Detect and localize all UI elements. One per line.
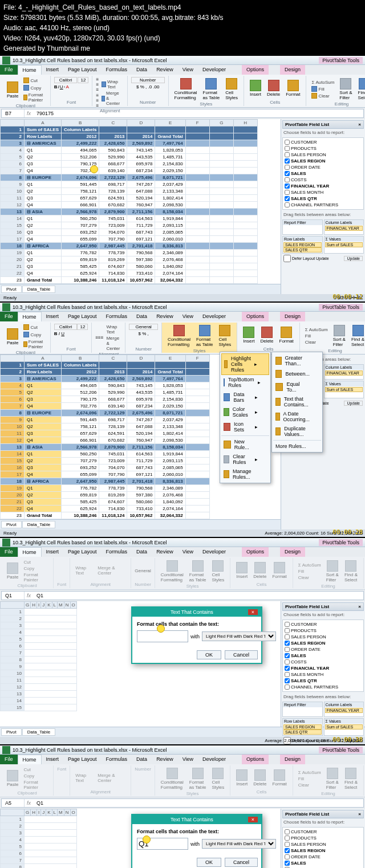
name-box: B7 fx 790175 [1,109,364,118]
formula-bar[interactable]: 790175 [33,109,363,117]
paste-button[interactable]: Paste [5,80,21,100]
field-customer[interactable] [285,140,290,145]
text-contains-dialog: Text That Contains× Format cells that co… [131,606,262,664]
cell-reference[interactable]: B7 [2,109,25,117]
menu-manage-rules[interactable]: Manage Rules... [221,467,269,482]
field-sm[interactable] [285,190,290,195]
timestamp: 00:00:28 [332,528,363,536]
timestamp: 00:00:12 [332,293,363,300]
conditional-formatting[interactable]: Conditional Formatting [172,77,200,101]
field-fy[interactable] [285,184,290,189]
field-costs[interactable] [285,177,290,182]
menu-date-occurring[interactable]: A Date Occurring... [273,409,321,424]
tab-formulas[interactable]: Formulas [102,65,132,75]
menu-highlight-cells[interactable]: Highlight Cells Rules▸ [221,353,269,375]
format-select[interactable]: Light Red Fill with Dark Red Text [202,839,276,849]
delete-cells[interactable]: Delete [265,79,282,98]
menu-duplicate-values[interactable]: Duplicate Values... [273,424,321,439]
tab-design[interactable]: Design [280,65,305,75]
conditional-formatting-open[interactable]: Conditional Formatting [165,324,193,348]
timestamp: 00:00:38 [332,736,363,743]
tab-layout[interactable]: Page Layout [63,65,102,75]
merge-center[interactable]: Merge & Center [100,90,124,107]
ribbon: Paste Cut Copy Format Painter Clipboard … [0,75,365,108]
number-format[interactable]: Number [131,77,164,83]
menu-equal-to[interactable]: Equal To... [273,380,321,394]
cursor [90,165,98,173]
wrap-text[interactable]: Wrap Text [100,79,124,90]
find-select[interactable]: Find & Select [356,77,365,101]
menu-between[interactable]: Between... [273,368,321,380]
field-salesregion[interactable] [285,158,290,164]
dialog-close[interactable]: × [248,609,258,615]
cut-button[interactable]: Cut [22,77,46,84]
font-name[interactable]: Calibri [54,77,78,83]
format-select[interactable]: Light Red Fill with Dark Red Text [202,631,276,641]
sheet-pivot[interactable]: Pivot [1,286,22,293]
menu-icon-sets[interactable]: Icon Sets▸ [221,419,269,434]
frame-2: 10.3_Highlight Cell Rules based on text … [0,303,365,538]
ok-button[interactable]: OK [197,858,221,867]
text-contains-dialog-filled: Text That Contains× Format cells that co… [131,814,262,868]
menu-data-bars[interactable]: Data Bars▸ [221,390,269,405]
menu-more-rules[interactable]: More Rules... [273,442,321,451]
field-cp[interactable] [285,202,290,207]
field-sq[interactable] [285,196,290,201]
titlebar: 10.3_Highlight Cell Rules based on text … [0,56,365,65]
field-products[interactable] [285,146,290,151]
field-orderdate[interactable] [285,165,290,170]
menu-clear-rules[interactable]: Clear Rules▸ [221,452,269,467]
menu-text-contains[interactable]: Text that Contains... [273,394,321,409]
menu-greater-than[interactable]: Greater Than... [273,353,321,368]
video-metadata: File: 4_-_Highlight_Cell_Rules_based_on_… [0,0,365,56]
tab-data[interactable]: Data [132,65,152,75]
field-sales[interactable] [285,171,290,176]
sort-filter[interactable]: Sort & Filter [337,77,354,101]
cf-submenu: Greater Than... Between... Equal To... T… [271,352,323,453]
tab-file[interactable]: File [0,65,18,75]
defer-layout[interactable] [283,255,291,262]
format-painter-button[interactable]: Format Painter [22,92,46,103]
fx-icon[interactable]: fx [25,109,33,117]
tab-review[interactable]: Review [152,65,178,75]
ribbon-tabs: File Home Insert Page Layout Formulas Da… [0,65,365,75]
copy-button[interactable]: Copy [22,84,46,91]
menu-color-scales[interactable]: Color Scales▸ [221,405,269,419]
cancel-button[interactable]: Cancel [225,858,258,867]
update-button[interactable]: Update [344,256,363,261]
format-as-table[interactable]: Format as Table [201,77,222,101]
cursor [143,836,151,843]
tab-view[interactable]: View [178,65,198,75]
close-icon[interactable]: × [358,122,361,127]
excel-icon [2,56,10,64]
window-title: 10.3_Highlight Cell Rules based on text … [13,58,167,63]
sheet-data[interactable]: Data_Table [22,286,55,293]
format-cells[interactable]: Format [283,79,302,98]
frame-4: 10.3_Highlight Cell Rules based on text … [0,745,365,868]
tab-options[interactable]: Options [242,65,269,75]
dialog-close[interactable]: × [248,817,258,822]
cursor [157,625,165,633]
tab-home[interactable]: Home [18,65,42,75]
insert-cells[interactable]: Insert [248,79,263,98]
pivot-grid[interactable]: ABCDEFGH 1Sum of SALESColumn Labels 2Row… [0,119,258,284]
frame-3: 10.3_Highlight Cell Rules based on text … [0,538,365,745]
font-size[interactable]: 12 [78,77,88,83]
cell-styles[interactable]: Cell Styles [223,77,240,101]
cf-menu: Highlight Cells Rules▸ Top/Bottom Rules▸… [220,352,271,483]
tab-developer[interactable]: Developer [198,65,230,75]
pivot-grid-2[interactable]: ABCDEF 1Sum of SALESColumn Labels 2Row L… [0,354,210,519]
menu-new-rule[interactable]: New Rule... [221,437,269,452]
field-salesperson[interactable] [285,152,290,157]
ok-button[interactable]: OK [197,650,221,659]
field-list: PivotTable Field List× Choose fields to … [281,119,365,294]
context-tab-label: PivotTable Tools [319,57,363,64]
menu-top-bottom[interactable]: Top/Bottom Rules▸ [221,375,269,390]
cancel-button[interactable]: Cancel [225,650,258,659]
tab-insert[interactable]: Insert [42,65,64,75]
frame-1: 10.3_Highlight Cell Rules based on text … [0,56,365,303]
